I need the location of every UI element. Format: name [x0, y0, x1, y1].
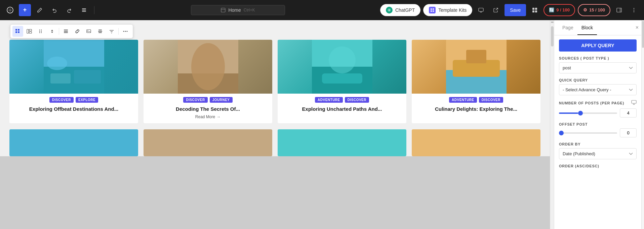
card-body-4: ADVENTURE DISCOVER Culinary Delights: Ex… [412, 94, 540, 119]
tag-discover-1: DISCOVER [49, 97, 74, 103]
offset-slider-track[interactable] [559, 132, 617, 134]
order-by-label: ORDER BY [559, 142, 637, 146]
top-bar: + Home Ctrl+K [0, 0, 644, 20]
svg-rect-40 [98, 30, 102, 30]
svg-rect-42 [98, 32, 102, 33]
svg-rect-66 [632, 100, 636, 103]
items-counter[interactable]: ⚙ 15 / 100 [578, 4, 610, 16]
link-button[interactable] [72, 26, 83, 37]
redo-button[interactable] [63, 4, 75, 16]
num-posts-input[interactable] [620, 108, 637, 118]
svg-point-33 [41, 31, 42, 32]
svg-point-32 [41, 30, 42, 30]
main-area: DISCOVER EXPLORE Exploring Offbeat Desti… [0, 20, 644, 229]
sidebar-toggle[interactable] [613, 4, 625, 16]
svg-point-39 [88, 30, 88, 31]
align-button[interactable] [95, 26, 106, 37]
num-posts-monitor-icon [631, 100, 637, 106]
svg-rect-7 [433, 8, 434, 10]
num-posts-header: NUMBER OF POSTS (PER PAGE) [559, 100, 637, 106]
post-card-2[interactable]: DISCOVER JOURNEY Decoding The Secrets Of… [144, 40, 272, 123]
more-options-button[interactable] [120, 26, 131, 37]
layout-view-button[interactable] [24, 26, 35, 37]
read-more-2[interactable]: Read More → [148, 115, 268, 119]
svg-point-20 [634, 9, 634, 10]
svg-point-51 [47, 57, 67, 70]
tab-page[interactable]: Page [558, 20, 577, 35]
quick-query-select[interactable]: - Select Advance Query - Latest Posts Fe… [559, 84, 637, 95]
svg-rect-14 [535, 8, 537, 10]
move-up-down-button[interactable] [47, 26, 57, 37]
canvas-scrollbar[interactable] [550, 20, 554, 229]
right-panel-scroll-thumb[interactable] [642, 21, 644, 48]
grid-view-button[interactable] [12, 26, 23, 37]
toolbar-separator-1 [94, 6, 94, 14]
num-posts-slider-row [559, 108, 637, 118]
apply-query-button[interactable]: APPLY QUERY [559, 39, 637, 52]
card-title-3: Exploring Uncharted Paths And... [282, 105, 402, 112]
chatgpt-button[interactable]: ChatGPT [380, 4, 420, 16]
read-more-label-2: Read More [195, 115, 215, 119]
svg-point-46 [123, 31, 124, 32]
svg-rect-13 [532, 8, 534, 10]
card-body-2: DISCOVER JOURNEY Decoding The Secrets Of… [144, 94, 272, 123]
svg-point-19 [634, 8, 634, 8]
svg-rect-36 [64, 31, 68, 32]
svg-point-29 [39, 30, 40, 30]
tag-discover-3: DISCOVER [345, 97, 369, 103]
card-title-2: Decoding The Secrets Of... [148, 105, 268, 112]
order-by-select[interactable]: Date (Published) Title Random Comment Co… [559, 148, 637, 159]
page-title: Home [228, 7, 241, 13]
num-posts-slider-track[interactable] [559, 112, 617, 114]
revisions-counter[interactable]: 🔄 9 / 100 [544, 4, 575, 16]
svg-rect-52 [50, 73, 71, 84]
external-link-button[interactable] [490, 4, 502, 16]
add-block-button[interactable]: + [19, 4, 31, 16]
offset-slider-thumb[interactable] [559, 131, 564, 135]
template-kits-button[interactable]: Template Kits [423, 4, 472, 16]
post-card-4[interactable]: ADVENTURE DISCOVER Culinary Delights: Ex… [412, 40, 540, 123]
scroll-thumb[interactable] [551, 26, 554, 46]
svg-rect-17 [617, 8, 621, 12]
filter-button[interactable] [106, 26, 117, 37]
list-view-button[interactable] [78, 4, 90, 16]
image-button[interactable] [83, 26, 94, 37]
items-icon: ⚙ [583, 7, 587, 12]
options-menu-button[interactable] [628, 4, 640, 16]
right-panel-scrollbar[interactable] [641, 20, 644, 229]
monitor-button[interactable] [475, 4, 487, 16]
svg-rect-3 [82, 11, 86, 12]
card-image-4 [412, 40, 540, 94]
svg-rect-35 [64, 30, 68, 30]
card-body-3: ADVENTURE DISCOVER Exploring Uncharted P… [278, 94, 406, 119]
panel-close-button[interactable]: × [636, 25, 639, 31]
sources-select[interactable]: post page product [559, 62, 637, 73]
quick-query-label: QUICK QUERY [559, 78, 637, 82]
pencil-icon-button[interactable] [34, 4, 46, 16]
svg-rect-25 [18, 31, 19, 33]
bottom-card-1 [9, 129, 138, 156]
bottom-card-3 [278, 129, 406, 156]
tab-block[interactable]: Block [577, 20, 597, 35]
scroll-arrow-up [551, 22, 554, 23]
card-title-1: Exploring Offbeat Destinations And... [13, 105, 134, 112]
post-card-3[interactable]: ADVENTURE DISCOVER Exploring Uncharted P… [278, 40, 406, 123]
undo-button[interactable] [48, 4, 61, 16]
canvas[interactable]: DISCOVER EXPLORE Exploring Offbeat Desti… [0, 20, 550, 229]
save-button[interactable]: Save [505, 4, 526, 16]
block-toolbar [10, 24, 133, 38]
post-card-1[interactable]: DISCOVER EXPLORE Exploring Offbeat Desti… [9, 40, 138, 123]
num-posts-slider-thumb[interactable] [578, 111, 583, 116]
block-list-button[interactable] [61, 26, 71, 37]
sources-label: SOURCES ( POST TYPE ) [559, 56, 637, 60]
drag-handle[interactable] [35, 26, 46, 37]
page-title-box[interactable]: Home Ctrl+K [191, 5, 285, 15]
wordpress-logo[interactable] [4, 4, 16, 16]
tag-row-3: ADVENTURE DISCOVER [282, 97, 402, 103]
svg-rect-41 [98, 31, 102, 32]
svg-rect-6 [431, 8, 432, 10]
tag-discover-4: DISCOVER [479, 97, 503, 103]
offset-input[interactable] [620, 128, 637, 137]
tag-journey-2: JOURNEY [210, 97, 233, 103]
block-switcher-button[interactable] [529, 4, 541, 16]
